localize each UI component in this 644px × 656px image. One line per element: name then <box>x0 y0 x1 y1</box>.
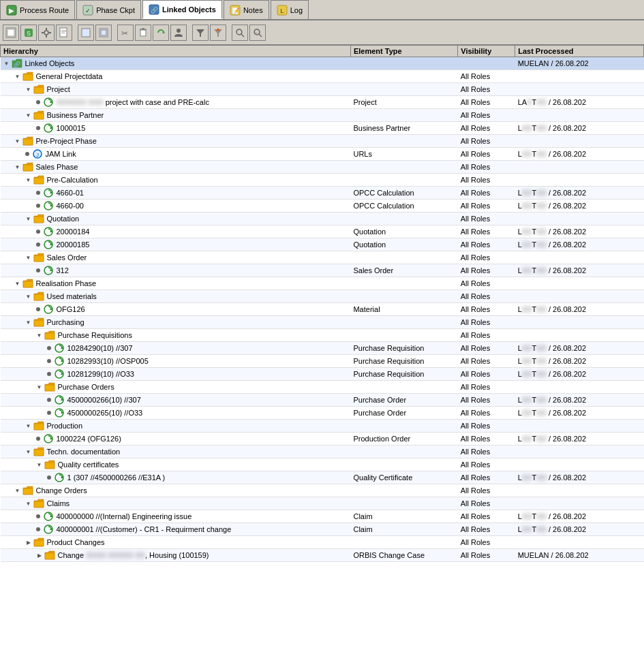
expand-icon[interactable]: ▼ <box>36 332 43 339</box>
table-row[interactable]: 4500000266(10) //307Purchase OrderAll Ro… <box>1 394 644 407</box>
table-row[interactable]: ▼ ClaimsAll Roles <box>1 497 644 510</box>
expand-icon[interactable]: ▼ <box>25 500 32 507</box>
expand-icon[interactable]: ▼ <box>14 163 21 170</box>
expand-icon[interactable]: ▼ <box>3 60 10 67</box>
node-label: OFG126 <box>57 305 85 313</box>
expand-icon[interactable]: ▼ <box>25 422 32 429</box>
hierarchy-cell: 1000015 <box>1 122 351 135</box>
expand-icon[interactable]: ▼ <box>25 86 32 93</box>
table-row[interactable]: ▼ QuotationAll Roles <box>1 213 644 225</box>
table-row[interactable]: 10284290(10) //307Purchase RequisitionAl… <box>1 342 644 355</box>
table-row[interactable]: ▼ Pre-Project PhaseAll Roles <box>1 135 644 148</box>
expand-icon[interactable]: ▼ <box>25 254 32 261</box>
expand-icon[interactable]: ▶ <box>36 552 43 559</box>
toolbar-btn-cut[interactable]: ✂ <box>117 25 134 41</box>
toolbar-btn-search2[interactable]: + <box>249 25 266 41</box>
node-label: JAM Link <box>46 150 76 158</box>
toolbar-btn-delete[interactable] <box>135 25 151 41</box>
redacted-text: XX <box>536 189 547 197</box>
table-row[interactable]: ▼ General ProjectdataAll Roles <box>1 70 644 83</box>
expand-icon[interactable]: ▼ <box>36 384 43 390</box>
expand-icon[interactable]: ▼ <box>25 319 32 326</box>
expand-icon[interactable]: ▼ <box>14 73 21 80</box>
last-processed-cell <box>515 446 644 458</box>
bullet-icon <box>36 126 40 130</box>
table-row[interactable]: ▼ Used materialsAll Roles <box>1 290 644 303</box>
expand-icon[interactable]: ▼ <box>25 448 32 455</box>
expand-icon[interactable]: ▼ <box>25 215 32 222</box>
expand-icon[interactable]: ▼ <box>14 487 21 494</box>
toolbar-btn-filter-up[interactable] <box>210 25 226 41</box>
table-row[interactable]: ▼ ProductionAll Roles <box>1 420 644 433</box>
folder-icon <box>33 537 44 548</box>
table-row[interactable]: 312Sales OrderAll RolesLXXTXX / 26.08.20… <box>1 264 644 277</box>
table-row[interactable]: 1 (307 //4500000266 //E31A )Quality Cert… <box>1 471 644 484</box>
redacted-text: XXX <box>89 98 104 106</box>
expand-icon[interactable]: ▶ <box>25 539 32 546</box>
table-row[interactable]: 4660-01OPCC CalculationAll RolesLXXTXX /… <box>1 187 644 200</box>
header-element-type: Element Type <box>350 46 457 57</box>
redacted-text: XX <box>536 525 547 533</box>
visibility-cell <box>458 57 515 70</box>
table-row[interactable]: 10282993(10) //OSP005Purchase Requisitio… <box>1 355 644 368</box>
expand-icon[interactable]: ▼ <box>25 176 32 183</box>
table-row[interactable]: ▼ Sales PhaseAll Roles <box>1 161 644 174</box>
object-icon <box>43 97 54 108</box>
table-row[interactable]: OFG126MaterialAll RolesLXXTXX / 26.08.20… <box>1 303 644 316</box>
table-row[interactable]: ▼ Quality certificatesAll Roles <box>1 458 644 471</box>
redacted-text: XXXX <box>86 551 106 559</box>
bullet-icon <box>47 346 51 350</box>
toolbar-btn-6[interactable] <box>95 25 112 41</box>
table-row[interactable]: ▶ Change XXXX XXXXX XX, Housing (100159)… <box>1 549 644 562</box>
expand-icon[interactable]: ▼ <box>14 138 21 144</box>
table-row[interactable]: 400000000 //(Internal) Engineering issue… <box>1 510 644 523</box>
table-row[interactable]: XXXXXX XXX project with case and PRE-cal… <box>1 96 644 109</box>
tab-process-route[interactable]: ▶ Process Route <box>0 0 75 19</box>
table-row[interactable]: 10281299(10) //O33Purchase RequisitionAl… <box>1 368 644 381</box>
table-row[interactable]: 1000015Business PartnerAll RolesLXXTXX /… <box>1 122 644 135</box>
svg-text:🔗: 🔗 <box>151 6 159 14</box>
expand-icon[interactable]: ▼ <box>36 461 43 468</box>
toolbar-btn-search1[interactable] <box>232 25 248 41</box>
expand-icon[interactable]: ▼ <box>25 112 32 119</box>
table-row[interactable]: 4660-00OPCC CalculationAll RolesLXXTXX /… <box>1 200 644 213</box>
table-row[interactable]: 1000224 (OFG126)Production OrderAll Role… <box>1 433 644 446</box>
tab-linked-objects[interactable]: 🔗 Linked Objects <box>142 0 222 19</box>
table-row[interactable]: ▼ Pre-CalculationAll Roles <box>1 174 644 187</box>
tab-notes[interactable]: 📝 Notes <box>224 0 269 19</box>
toolbar-btn-5[interactable] <box>78 25 94 41</box>
redacted-text: XX <box>536 228 547 236</box>
table-row[interactable]: ▼ Realisation PhaseAll Roles <box>1 277 644 290</box>
table-row[interactable]: ▼ 🔗 Linked ObjectsMUELAN / 26.08.202 <box>1 57 644 70</box>
table-row[interactable]: ▶ Product ChangesAll Roles <box>1 536 644 549</box>
table-row[interactable]: 4500000265(10) //O33Purchase OrderAll Ro… <box>1 407 644 420</box>
visibility-cell: All Roles <box>458 316 515 329</box>
table-row[interactable]: ▼ Business PartnerAll Roles <box>1 109 644 122</box>
table-row[interactable]: ▼ Purchase RequisitionsAll Roles <box>1 329 644 342</box>
table-row[interactable]: J JAM LinkURLsAll RolesLXXTXX / 26.08.20… <box>1 148 644 161</box>
table-row[interactable]: 20000184QuotationAll RolesLXXTXX / 26.08… <box>1 225 644 238</box>
toolbar-btn-person[interactable] <box>170 25 187 41</box>
tab-log[interactable]: L Log <box>271 0 309 19</box>
table-row[interactable]: 400000001 //(Customer) - CR1 - Requirmen… <box>1 523 644 536</box>
table-row[interactable]: ▼ ProjectAll Roles <box>1 83 644 96</box>
toolbar-btn-2[interactable]: S <box>20 25 37 41</box>
table-row[interactable]: ▼ Techn. documentationAll Roles <box>1 446 644 458</box>
table-row[interactable]: ▼ PurchasingAll Roles <box>1 316 644 329</box>
node-label: 400000001 //(Customer) - CR1 - Requirmen… <box>57 525 232 533</box>
table-row[interactable]: ▼ Change OrdersAll Roles <box>1 484 644 497</box>
toolbar-btn-4[interactable] <box>56 25 72 41</box>
table-row[interactable]: 20000185QuotationAll RolesLXXTXX / 26.08… <box>1 238 644 251</box>
hierarchy-cell: 4500000265(10) //O33 <box>1 407 351 420</box>
toolbar-btn-1[interactable] <box>3 25 19 41</box>
toolbar-btn-refresh[interactable] <box>153 25 169 41</box>
element-type-cell: Purchase Requisition <box>350 368 457 381</box>
tab-phase-ckpt[interactable]: ✓ Phase Ckpt <box>76 0 141 19</box>
table-row[interactable]: ▼ Sales OrderAll Roles <box>1 251 644 264</box>
visibility-cell: All Roles <box>458 394 515 407</box>
toolbar-btn-filter[interactable] <box>192 25 209 41</box>
table-row[interactable]: ▼ Purchase OrdersAll Roles <box>1 381 644 394</box>
expand-icon[interactable]: ▼ <box>25 293 32 300</box>
expand-icon[interactable]: ▼ <box>14 280 21 287</box>
toolbar-btn-settings[interactable] <box>38 25 55 41</box>
